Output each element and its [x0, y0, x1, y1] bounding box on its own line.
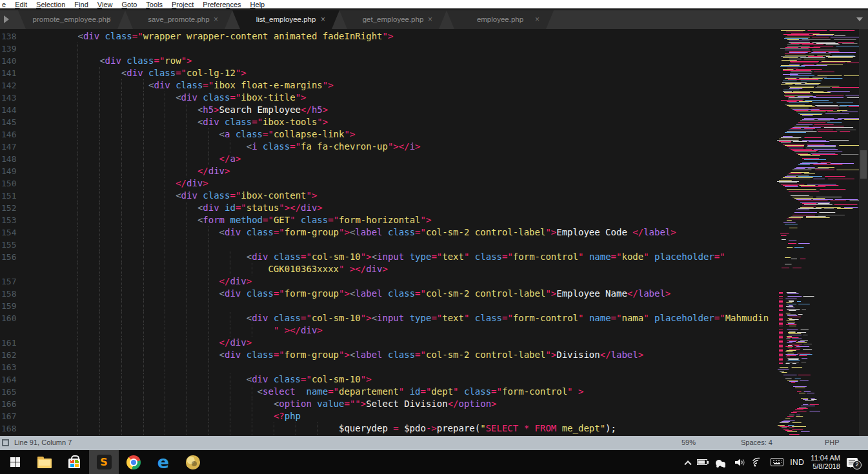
cursor-position[interactable]: Line 91, Column 7	[14, 439, 72, 446]
line-number[interactable]: 143	[1, 92, 32, 104]
tab-overflow-menu-icon[interactable]	[856, 17, 863, 21]
line-number[interactable]: 160	[1, 312, 32, 324]
line-number[interactable]: 166	[1, 398, 32, 410]
edge-button[interactable]: e	[148, 450, 178, 474]
line-number[interactable]: 146	[1, 128, 32, 141]
menu-selection[interactable]: Selection	[32, 1, 70, 8]
line-number[interactable]: 144	[1, 104, 32, 116]
sublime-text-button[interactable]: S	[89, 450, 119, 474]
code-line[interactable]: <div class="form-group"><label class="co…	[34, 226, 776, 239]
line-number[interactable]: 141	[1, 67, 32, 79]
tab-close-icon[interactable]: ×	[321, 10, 325, 29]
line-number[interactable]: 149	[1, 165, 32, 177]
code-line[interactable]: <div class="col-sm-10"><input type="text…	[34, 312, 776, 324]
onedrive-cloud-icon[interactable]	[714, 459, 728, 466]
code-line[interactable]: <div class="form-group"><label class="co…	[34, 349, 776, 361]
line-number[interactable]: 162	[1, 349, 32, 361]
code-line[interactable]: </div>	[34, 165, 776, 177]
tab-close-icon[interactable]: ×	[428, 10, 432, 29]
indent-setting[interactable]: Spaces: 4	[741, 439, 772, 446]
language-indicator[interactable]: IND	[790, 458, 804, 467]
line-number[interactable]: 153	[1, 214, 32, 226]
menu-edit[interactable]: Edit	[10, 1, 32, 8]
line-number[interactable]: 156	[1, 251, 32, 263]
line-number[interactable]: 151	[1, 190, 32, 202]
line-number[interactable]	[1, 263, 32, 275]
chrome-button[interactable]	[119, 450, 148, 474]
status-panel-icon[interactable]	[2, 439, 9, 446]
code-line[interactable]	[34, 239, 776, 251]
line-number[interactable]: 168	[1, 422, 32, 435]
touch-keyboard-icon[interactable]	[771, 458, 783, 466]
code-line[interactable]: <div class="form-group"><label class="co…	[34, 288, 776, 300]
menu-project[interactable]: Project	[167, 1, 198, 8]
tab-close-icon[interactable]: ×	[106, 10, 111, 29]
line-number[interactable]: 164	[1, 373, 32, 386]
tray-chevron-up-icon[interactable]	[684, 460, 691, 468]
tab-list_employee.php[interactable]: list_employee.php×	[232, 10, 339, 29]
code-line[interactable]: <div class="ibox float-e-margins">	[34, 79, 776, 92]
tab-close-icon[interactable]: ×	[214, 10, 218, 29]
line-number[interactable]: 145	[1, 116, 32, 128]
menu-help[interactable]: Help	[246, 1, 270, 8]
scrollbar-thumb[interactable]	[860, 150, 867, 179]
line-number[interactable]: 161	[1, 337, 32, 349]
file-explorer-button[interactable]	[30, 450, 59, 474]
line-number[interactable]: 158	[1, 288, 32, 300]
code-line[interactable]: </div>	[34, 275, 776, 288]
tab-close-icon[interactable]: ×	[535, 10, 540, 29]
line-number[interactable]: 163	[1, 361, 32, 373]
code-line[interactable]: <option value="">Select Division</option…	[34, 398, 776, 410]
menu-view[interactable]: View	[93, 1, 117, 8]
line-number[interactable]: 150	[1, 177, 32, 190]
menu-tools[interactable]: Tools	[141, 1, 167, 8]
tab-scroll-left-icon[interactable]	[4, 15, 9, 23]
line-number[interactable]: 142	[1, 79, 32, 92]
code-line[interactable]: </div>	[34, 337, 776, 349]
menu-goto[interactable]: Goto	[117, 1, 141, 8]
code-line[interactable]: <div class="ibox-content">	[34, 190, 776, 202]
tab-get_employee.php[interactable]: get_employee.php×	[339, 10, 447, 29]
battery-icon[interactable]	[697, 459, 707, 465]
code-line[interactable]: <div class="ibox-title">	[34, 92, 776, 104]
menu-find[interactable]: Find	[70, 1, 92, 8]
code-line[interactable]: <div class="col-sm-10"><input type="text…	[34, 251, 776, 263]
code-line[interactable]: </a>	[34, 153, 776, 165]
line-number[interactable]: 157	[1, 275, 32, 288]
line-number[interactable]: 139	[1, 43, 32, 55]
line-number[interactable]: 167	[1, 410, 32, 422]
code-line[interactable]: <div class="ibox-tools">	[34, 116, 776, 128]
line-number[interactable]: 152	[1, 202, 32, 214]
code-line[interactable]: <h5>Search Employee</h5>	[34, 104, 776, 116]
code-line[interactable]	[34, 300, 776, 312]
code-line[interactable]: </div>	[34, 177, 776, 190]
network-signal-icon[interactable]	[752, 457, 764, 467]
minimap[interactable]	[776, 29, 859, 436]
code-line[interactable]	[34, 43, 776, 55]
tab-promote_employee.php[interactable]: promote_employee.php×	[18, 10, 125, 29]
menu-preferences[interactable]: Preferences	[198, 1, 245, 8]
navicat-button[interactable]	[178, 450, 208, 474]
tab-employee.php[interactable]: employee.php×	[447, 10, 554, 29]
volume-icon[interactable]	[734, 457, 746, 468]
start-button[interactable]	[0, 450, 30, 474]
line-number[interactable]: 165	[1, 386, 32, 398]
code-line[interactable]: <div class="col-sm-10">	[34, 373, 776, 386]
line-number[interactable]: 140	[1, 55, 32, 67]
code-line[interactable]: <div class="row">	[34, 55, 776, 67]
clock[interactable]: 11:04 AM 5/8/2018	[811, 454, 840, 471]
code-line[interactable]: <a class="collapse-link">	[34, 128, 776, 141]
line-number-gutter[interactable]: 1381391401411421431441451461471481491501…	[0, 29, 32, 436]
code-line[interactable]: <div id="status"></div>	[34, 202, 776, 214]
code-line[interactable]: $querydep = $pdo->prepare("SELECT * FROM…	[34, 422, 776, 435]
code-line[interactable]	[34, 361, 776, 373]
code-line[interactable]: <?php	[34, 410, 776, 422]
action-center-icon[interactable]: 2	[847, 458, 858, 467]
code-line[interactable]: <div class="col-lg-12">	[34, 67, 776, 79]
menu-e[interactable]: e	[1, 1, 10, 8]
code-line[interactable]: <i class="fa fa-chevron-up"></i>	[34, 141, 776, 153]
line-number[interactable]: 138	[1, 30, 32, 43]
code-area[interactable]: <div class="wrapper wrapper-content anim…	[32, 29, 776, 436]
code-line[interactable]: CGK010363xxxx" ></div>	[34, 263, 776, 275]
line-number[interactable]: 154	[1, 226, 32, 239]
